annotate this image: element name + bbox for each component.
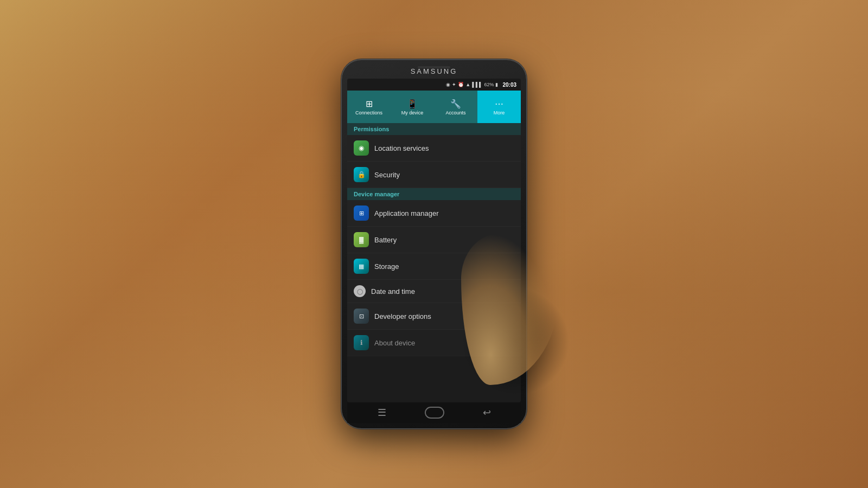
- tab-my-device[interactable]: 📱 My device: [391, 91, 434, 123]
- location-services-label: Location services: [374, 144, 429, 152]
- application-manager-item[interactable]: ⊞ Application manager: [347, 200, 521, 227]
- accounts-icon: 🔧: [450, 99, 461, 109]
- date-time-label: Date and time: [371, 287, 415, 296]
- samsung-logo: SAMSUNG: [411, 67, 458, 75]
- menu-button[interactable]: ☰: [378, 407, 386, 419]
- developer-options-icon: ⊡: [354, 309, 369, 324]
- my-device-label: My device: [401, 110, 424, 115]
- battery-label: Battery: [374, 236, 397, 244]
- date-time-icon: ◯: [354, 285, 366, 297]
- tab-connections[interactable]: ⊞ Connections: [347, 91, 391, 123]
- battery-percent: 62%: [484, 82, 494, 87]
- wifi-icon: ▲: [465, 82, 470, 87]
- my-device-icon: 📱: [407, 99, 418, 109]
- phone-bottom-nav: ☰ ↩: [347, 402, 521, 423]
- storage-icon: ▦: [354, 259, 369, 274]
- bluetooth-icon: ✦: [452, 82, 456, 87]
- notification-icon: ◉: [446, 82, 450, 87]
- tab-bar: ⊞ Connections 📱 My device 🔧 Accounts ⋯ M…: [347, 91, 521, 123]
- signal-icon: ▌▌▌: [472, 82, 482, 87]
- developer-options-label: Developer options: [374, 312, 431, 320]
- application-manager-label: Application manager: [374, 209, 439, 217]
- phone-screen: ◉ ✦ ⏰ ▲ ▌▌▌ 62% ▮ 20:03 ⊞ Connections 📱: [347, 79, 521, 402]
- date-time-item[interactable]: ◯ Date and time: [347, 280, 521, 303]
- battery-item[interactable]: ▓ Battery: [347, 227, 521, 253]
- phone-top: SAMSUNG: [347, 65, 521, 79]
- alarm-icon: ⏰: [458, 82, 464, 87]
- about-device-item[interactable]: ℹ About device: [347, 330, 521, 356]
- application-manager-icon: ⊞: [354, 206, 369, 221]
- connections-icon: ⊞: [366, 99, 373, 109]
- phone-device: SAMSUNG ◉ ✦ ⏰ ▲ ▌▌▌ 62% ▮ 20:03 ⊞: [342, 60, 526, 428]
- tab-more[interactable]: ⋯ More: [477, 91, 521, 123]
- status-bar: ◉ ✦ ⏰ ▲ ▌▌▌ 62% ▮ 20:03: [347, 79, 521, 91]
- battery-icon: ▮: [495, 82, 498, 87]
- more-icon: ⋯: [495, 99, 503, 109]
- developer-options-item[interactable]: ⊡ Developer options: [347, 303, 521, 330]
- tab-accounts[interactable]: 🔧 Accounts: [434, 91, 477, 123]
- location-services-icon: ◉: [354, 140, 369, 156]
- phone-notch: [418, 66, 450, 68]
- settings-list: Permissions ◉ Location services 🔒 Securi…: [347, 123, 521, 402]
- permissions-header: Permissions: [347, 123, 521, 135]
- home-button[interactable]: [425, 407, 444, 419]
- location-services-item[interactable]: ◉ Location services: [347, 135, 521, 162]
- storage-item[interactable]: ▦ Storage: [347, 253, 521, 280]
- accounts-label: Accounts: [445, 110, 465, 115]
- device-manager-header: Device manager: [347, 188, 521, 200]
- clock: 20:03: [502, 82, 516, 88]
- phone-wrapper: SAMSUNG ◉ ✦ ⏰ ▲ ▌▌▌ 62% ▮ 20:03 ⊞: [342, 60, 526, 428]
- about-device-label: About device: [374, 339, 415, 347]
- storage-label: Storage: [374, 262, 399, 271]
- connections-label: Connections: [355, 110, 382, 115]
- about-device-icon: ℹ: [354, 335, 369, 350]
- status-icons: ◉ ✦ ⏰ ▲ ▌▌▌ 62% ▮: [446, 82, 498, 87]
- back-button[interactable]: ↩: [483, 407, 491, 419]
- security-label: Security: [374, 171, 400, 179]
- battery-item-icon: ▓: [354, 232, 369, 247]
- security-item[interactable]: 🔒 Security: [347, 162, 521, 188]
- more-label: More: [494, 110, 505, 115]
- security-icon: 🔒: [354, 167, 369, 182]
